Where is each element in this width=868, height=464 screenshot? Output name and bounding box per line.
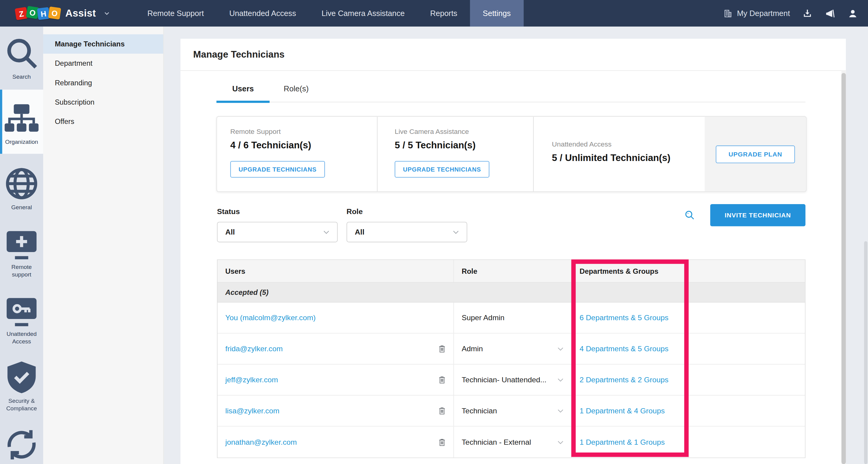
table-header-row: Users Role Departments & Groups	[218, 260, 805, 283]
role-value: Technician- Unattended...	[462, 376, 547, 384]
sync-icon	[2, 425, 42, 464]
nav-settings[interactable]: Settings	[470, 0, 523, 27]
role-dropdown[interactable]: Technician	[454, 396, 572, 426]
logo-tile-z: Z	[15, 7, 28, 20]
search-icon	[2, 33, 42, 73]
chevron-down-icon	[556, 438, 565, 446]
top-nav-menu: Remote Support Unattended Access Live Ca…	[134, 0, 523, 27]
main-content: Manage Technicians Users Role(s) Remote …	[163, 27, 868, 464]
top-navbar: Z O H O Assist Remote Support Unattended…	[0, 0, 868, 27]
tab-roles[interactable]: Role(s)	[270, 84, 323, 102]
role-value: Technician - External	[462, 438, 531, 446]
page-scrollbar-thumb[interactable]	[864, 241, 867, 464]
departments-groups-link[interactable]: 4 Departments & 5 Groups	[580, 344, 669, 353]
sidebar-item-remote-support[interactable]: Remote support	[0, 217, 43, 284]
sidebar-item-general[interactable]: General	[0, 157, 43, 217]
chevron-down-icon	[556, 407, 565, 415]
table-row: lisa@zylker.com Technician 1 Department …	[218, 396, 805, 427]
sidebar-item-integrations[interactable]: Integrations	[0, 418, 43, 464]
column-header-departments-groups: Departments & Groups	[572, 260, 688, 282]
upgrade-plan-button[interactable]: UPGRADE PLAN	[716, 145, 795, 163]
role-filter-label: Role	[347, 207, 363, 216]
filter-bar: Status All Role All INVITE TE	[216, 207, 805, 244]
departments-groups-link[interactable]: 1 Department & 4 Groups	[580, 407, 665, 415]
table-search-icon[interactable]	[684, 209, 695, 221]
column-header-role: Role	[454, 260, 572, 282]
delete-user-icon[interactable]	[437, 406, 447, 416]
submenu-item-subscription[interactable]: Subscription	[43, 92, 163, 111]
manage-technicians-panel: Manage Technicians Users Role(s) Remote …	[180, 39, 846, 464]
monitor-plus-icon	[2, 223, 42, 263]
delete-user-icon[interactable]	[437, 344, 447, 353]
page-header: Manage Technicians	[180, 39, 846, 71]
departments-groups-link[interactable]: 2 Departments & 2 Groups	[580, 376, 669, 384]
download-icon[interactable]	[802, 8, 813, 19]
nav-live-camera-assistance[interactable]: Live Camera Assistance	[309, 0, 417, 27]
upgrade-technicians-button[interactable]: UPGRADE TECHNICIANS	[230, 161, 324, 177]
role-value: Super Admin	[462, 313, 504, 322]
logo-tile-h: H	[37, 7, 50, 20]
zoho-assist-logo[interactable]: Z O H O Assist	[16, 0, 110, 27]
delete-user-icon[interactable]	[437, 437, 447, 446]
navbar-right-cluster: My Department	[723, 0, 858, 27]
chevron-down-icon[interactable]	[104, 10, 111, 16]
role-value: Technician	[462, 407, 497, 415]
departments-groups-link[interactable]: 1 Department & 1 Groups	[580, 438, 665, 446]
nav-reports[interactable]: Reports	[417, 0, 470, 27]
nav-unattended-access[interactable]: Unattended Access	[217, 0, 309, 27]
invite-technician-button[interactable]: INVITE TECHNICIAN	[710, 204, 806, 226]
sidebar-item-label: Unattended Access	[2, 330, 42, 345]
summary-value: 4 / 6 Technician(s)	[230, 140, 377, 151]
column-header-empty	[689, 260, 805, 282]
department-selector[interactable]: My Department	[723, 8, 790, 18]
sidebar-item-search[interactable]: Search	[0, 27, 43, 86]
sidebar-item-label: Security & Compliance	[2, 397, 42, 412]
chevron-down-icon	[556, 376, 565, 384]
chevron-down-icon	[452, 228, 460, 236]
delete-user-icon[interactable]	[437, 375, 447, 385]
departments-groups-link[interactable]: 6 Departments & 5 Groups	[580, 313, 669, 322]
sidebar-item-unattended-access[interactable]: Unattended Access	[0, 284, 43, 351]
status-filter-value: All	[225, 228, 235, 236]
status-filter-dropdown[interactable]: All	[217, 222, 338, 242]
user-account-icon[interactable]	[847, 8, 858, 19]
user-email-link[interactable]: lisa@zylker.com	[225, 407, 279, 415]
role-filter-dropdown[interactable]: All	[347, 222, 467, 242]
role-value: Admin	[462, 344, 483, 353]
settings-sidebar: Search Organization General Remote suppo…	[0, 27, 43, 464]
role-dropdown[interactable]: Technician - External	[454, 427, 572, 458]
summary-label: Live Camera Assistance	[395, 128, 533, 136]
table-row: frida@zylker.com Admin 4 Departments & 5…	[218, 333, 805, 365]
logo-tile-o2: O	[48, 6, 61, 19]
nav-remote-support[interactable]: Remote Support	[134, 0, 216, 27]
table-row: jeff@zylker.com Technician- Unattended..…	[218, 365, 805, 396]
zoho-assist-app: Z O H O Assist Remote Support Unattended…	[0, 0, 868, 464]
upgrade-technicians-button[interactable]: UPGRADE TECHNICIANS	[395, 161, 489, 177]
summary-remote-support: Remote Support 4 / 6 Technician(s) UPGRA…	[217, 117, 377, 192]
sidebar-item-label: Remote support	[2, 263, 42, 278]
megaphone-icon[interactable]	[825, 8, 835, 19]
tab-users[interactable]: Users	[216, 84, 270, 102]
sidebar-item-security-compliance[interactable]: Security & Compliance	[0, 351, 43, 418]
submenu-item-department[interactable]: Department	[43, 54, 163, 73]
user-email-link[interactable]: jonathan@zylker.com	[225, 438, 297, 446]
user-email-link[interactable]: jeff@zylker.com	[225, 376, 278, 384]
role-filter-value: All	[355, 228, 365, 236]
sidebar-item-label: General	[2, 204, 42, 211]
technician-summary-card: Remote Support 4 / 6 Technician(s) UPGRA…	[216, 116, 806, 192]
page-title: Manage Technicians	[193, 49, 284, 60]
summary-live-camera: Live Camera Assistance 5 / 5 Technician(…	[377, 117, 533, 192]
role-dropdown[interactable]: Admin	[454, 333, 572, 364]
sidebar-item-organization[interactable]: Organization	[0, 90, 43, 154]
role-dropdown[interactable]: Technician- Unattended...	[454, 365, 572, 395]
user-email-link[interactable]: frida@zylker.com	[225, 344, 283, 353]
submenu-item-rebranding[interactable]: Rebranding	[43, 73, 163, 92]
chevron-down-icon	[322, 228, 331, 236]
group-header-accepted: Accepted (5)	[218, 288, 269, 297]
content-scrollbar-thumb[interactable]	[841, 73, 846, 464]
user-email-link[interactable]: You (malcolm@zylker.com)	[225, 313, 316, 322]
submenu-item-manage-technicians[interactable]: Manage Technicians	[43, 34, 163, 54]
submenu-item-offers[interactable]: Offers	[43, 112, 163, 131]
chevron-down-icon	[556, 344, 565, 353]
summary-value: 5 / Unlimited Technician(s)	[552, 153, 705, 164]
